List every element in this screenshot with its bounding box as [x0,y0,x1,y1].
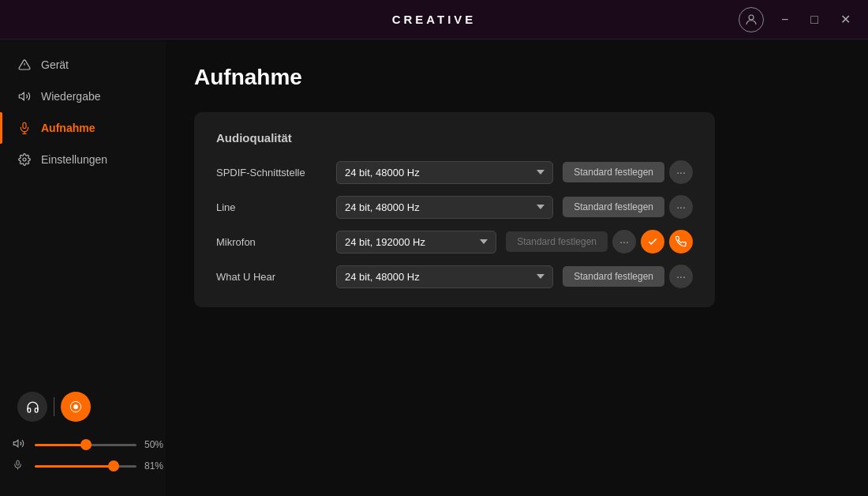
whatuhear-more-button[interactable]: ··· [669,265,693,288]
app-logo: CREATIVE [392,13,477,26]
spdif-more-button[interactable]: ··· [669,160,693,184]
line-set-default-button[interactable]: Standard festlegen [563,197,664,217]
output-volume-label: 50% [144,439,163,450]
divider [54,397,54,416]
mikrofon-check-icon [641,230,664,254]
sidebar-bottom: 50% 81% [0,382,166,487]
setting-row-line: Line 24 bit, 48000 Hz 16 bit, 44100 Hz 1… [216,195,693,219]
whatuhear-select[interactable]: 24 bit, 48000 Hz 16 bit, 44100 Hz 16 bit… [336,265,553,288]
sidebar-item-wiedergabe[interactable]: Wiedergabe [0,81,166,112]
whatuhear-actions: Standard festlegen ··· [563,265,693,288]
whatuhear-label: What U Hear [216,271,327,283]
page-title: Aufnahme [194,65,840,90]
input-volume-slider[interactable] [35,465,137,468]
content-area: Aufnahme Audioqualität SPDIF-Schnittstel… [166,39,868,496]
card-title: Audioqualität [216,131,693,145]
svg-point-0 [749,15,754,20]
title-bar: CREATIVE − □ ✕ [0,0,868,39]
minimize-button[interactable]: − [776,9,793,30]
input-volume-row: 81% [13,460,153,472]
sidebar-label-wiedergabe: Wiedergabe [41,90,101,103]
sidebar-item-geraet[interactable]: Gerät [0,49,166,81]
sidebar-label-einstellungen: Einstellungen [41,153,107,166]
gear-icon [17,152,32,167]
output-volume-slider[interactable] [35,444,137,446]
spdif-select[interactable]: 24 bit, 48000 Hz 16 bit, 44100 Hz 16 bit… [336,161,553,184]
line-more-button[interactable]: ··· [669,195,693,219]
line-actions: Standard festlegen ··· [563,195,693,219]
setting-row-mikrofon: Mikrofon 24 bit, 192000 Hz 16 bit, 44100… [216,230,693,254]
alert-triangle-icon [17,58,32,72]
whatuhear-set-default-button[interactable]: Standard festlegen [563,266,664,287]
mikrofon-label: Mikrofon [216,236,327,248]
svg-point-9 [73,404,77,408]
svg-marker-10 [13,440,18,447]
mikrofon-phone-icon [669,230,693,254]
sidebar-label-geraet: Gerät [41,58,69,71]
window-controls: − □ ✕ [739,7,855,32]
audio-quality-card: Audioqualität SPDIF-Schnittstelle 24 bit… [194,112,715,307]
output-volume-row: 50% [13,438,153,452]
sidebar-label-aufnahme: Aufnahme [41,122,95,134]
sidebar-item-aufnahme[interactable]: Aufnahme [0,112,166,144]
mikrofon-more-button[interactable]: ··· [612,230,636,254]
headphone-button[interactable] [17,392,47,422]
maximize-button[interactable]: □ [806,9,823,30]
spdif-label: SPDIF-Schnittstelle [216,167,327,178]
sidebar-item-einstellungen[interactable]: Einstellungen [0,144,166,175]
mikrofon-select[interactable]: 24 bit, 192000 Hz 16 bit, 44100 Hz 16 bi… [336,231,496,254]
svg-rect-11 [17,460,19,465]
sidebar: Gerät Wiedergabe [0,39,166,496]
account-button[interactable] [739,7,764,32]
main-layout: Gerät Wiedergabe [0,39,868,496]
setting-row-spdif: SPDIF-Schnittstelle 24 bit, 48000 Hz 16 … [216,160,693,184]
svg-point-7 [23,158,26,161]
setting-row-whatuhear: What U Hear 24 bit, 48000 Hz 16 bit, 441… [216,265,693,288]
line-label: Line [216,201,327,213]
line-select[interactable]: 24 bit, 48000 Hz 16 bit, 44100 Hz 16 bit… [336,196,553,219]
device-icons [13,392,153,422]
svg-rect-4 [23,122,26,128]
spdif-actions: Standard festlegen ··· [563,160,693,184]
mic-icon [17,121,32,135]
close-button[interactable]: ✕ [836,9,855,30]
mikrofon-set-default-button[interactable]: Standard festlegen [506,231,608,252]
mic-input-icon [13,460,27,472]
volume-icon [17,89,32,103]
speaker-button[interactable] [61,392,91,422]
output-volume-icon [13,438,27,452]
spdif-set-default-button[interactable]: Standard festlegen [563,162,664,182]
sidebar-nav: Gerät Wiedergabe [0,49,166,382]
svg-marker-3 [19,92,24,100]
mikrofon-actions: Standard festlegen ··· [506,230,693,254]
input-volume-label: 81% [144,460,163,472]
